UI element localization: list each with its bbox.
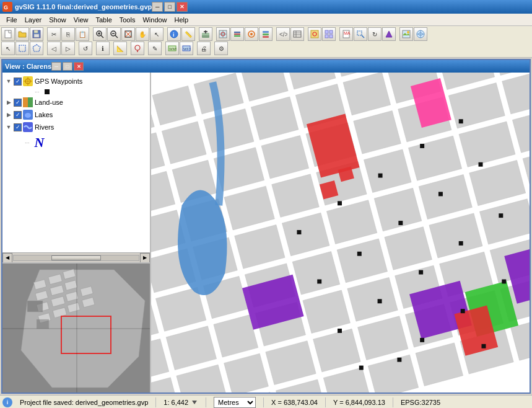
expand-lakes-icon[interactable]: ▶ xyxy=(5,111,12,118)
locator-button[interactable] xyxy=(216,27,230,41)
status-sep-1 xyxy=(155,397,156,407)
scroll-left-button[interactable]: ◀ xyxy=(2,253,12,263)
svg-text:WFS: WFS xyxy=(183,47,191,51)
minimap-svg xyxy=(2,264,150,392)
preferences-button[interactable]: ⚙ xyxy=(214,42,228,55)
export-img-button[interactable] xyxy=(399,27,413,41)
paste-button[interactable]: 📋 xyxy=(76,27,89,41)
cut-button[interactable]: ✂ xyxy=(47,27,61,41)
svg-rect-210 xyxy=(398,221,403,225)
expand-rivers-icon[interactable]: ▼ xyxy=(5,123,12,131)
scripting-button[interactable]: </> xyxy=(276,27,290,41)
status-sep-2 xyxy=(206,397,206,407)
scroll-thumb[interactable] xyxy=(51,255,102,260)
menu-table[interactable]: Table xyxy=(92,15,115,25)
zoom-area-button[interactable] xyxy=(354,27,367,41)
scroll-track[interactable] xyxy=(13,255,139,261)
svg-rect-4 xyxy=(34,30,38,33)
menu-layer[interactable]: Layer xyxy=(21,15,46,25)
svg-rect-33 xyxy=(263,36,269,38)
checkbox-rivers[interactable]: ✓ xyxy=(14,123,22,131)
identify-button[interactable]: i xyxy=(167,27,181,41)
minimize-button[interactable]: ─ xyxy=(152,2,163,12)
layer-item-landuse[interactable]: ▶ ✓ Land-use xyxy=(2,96,150,109)
menu-file[interactable]: File xyxy=(2,15,21,25)
info-button[interactable]: ℹ xyxy=(96,42,110,55)
select-rect-tool[interactable] xyxy=(15,42,29,55)
checkbox-gps[interactable]: ✓ xyxy=(14,78,22,86)
rotate-button[interactable]: ↻ xyxy=(368,27,382,41)
zoom-in-button[interactable] xyxy=(93,27,107,41)
scale-dropdown-icon[interactable] xyxy=(191,398,198,407)
layer-icon-rivers xyxy=(23,122,33,132)
symbolize-button[interactable] xyxy=(382,27,396,41)
new-button[interactable] xyxy=(1,27,15,41)
zoom-out-button[interactable] xyxy=(107,27,121,41)
layer-item-gps[interactable]: ▼ ✓ GPS Waypoints xyxy=(2,75,150,87)
menu-help[interactable]: Help xyxy=(171,15,193,25)
coord-goto-button[interactable] xyxy=(131,42,144,55)
svg-rect-56 xyxy=(19,45,25,51)
layer-label-landuse: Land-use xyxy=(35,99,63,106)
layer-icon-lakes xyxy=(23,110,33,120)
layer-item-rivers[interactable]: ▼ ✓ Rivers xyxy=(2,121,150,133)
gvsig-icon: G xyxy=(2,2,12,12)
map-area xyxy=(151,73,530,392)
zoom-next-button[interactable]: ▷ xyxy=(61,42,75,55)
layer-label-rivers: Rivers xyxy=(35,123,54,131)
open-button[interactable] xyxy=(15,27,29,41)
pointer-tool[interactable]: ↖ xyxy=(1,42,15,55)
save-button[interactable] xyxy=(30,27,43,41)
svg-rect-44 xyxy=(329,35,333,38)
select-button[interactable]: ↖ xyxy=(150,27,164,41)
print-layout-button[interactable]: 🖨 xyxy=(197,42,211,55)
copy-button[interactable]: ⎘ xyxy=(61,27,75,41)
zoom-fit-button[interactable] xyxy=(121,27,135,41)
svg-rect-221 xyxy=(359,366,364,370)
svg-rect-206 xyxy=(420,144,424,148)
svg-rect-213 xyxy=(338,329,342,333)
select-poly-tool[interactable] xyxy=(30,42,43,55)
geoprocess-button[interactable] xyxy=(245,27,258,41)
catalog-button[interactable] xyxy=(259,27,273,41)
wms-button[interactable]: WMS xyxy=(165,42,179,55)
inner-minimize-button[interactable]: ─ xyxy=(51,62,61,71)
expand-gps-icon[interactable]: ▼ xyxy=(5,78,12,85)
layer-item-lakes[interactable]: ▶ ✓ Lakes xyxy=(2,109,150,121)
menu-view[interactable]: View xyxy=(70,15,92,25)
publish-button[interactable] xyxy=(414,27,427,41)
inner-close-button[interactable]: ✕ xyxy=(74,62,84,71)
layer-manager-button[interactable] xyxy=(230,27,244,41)
units-select[interactable]: Metres Feet Degrees xyxy=(214,397,256,408)
measure-button[interactable]: 📏 xyxy=(181,27,195,41)
add-layer-button[interactable] xyxy=(199,27,212,41)
editor-toolbar[interactable]: ✎ xyxy=(148,42,162,55)
svg-rect-216 xyxy=(459,241,463,246)
svg-rect-2 xyxy=(5,30,11,38)
svg-rect-32 xyxy=(263,33,269,35)
checkbox-landuse[interactable]: ✓ xyxy=(14,99,22,107)
layer-scrollbar[interactable]: ◀ ▶ xyxy=(2,252,150,262)
menu-window[interactable]: Window xyxy=(139,15,170,25)
inner-maximize-button[interactable]: □ xyxy=(63,62,72,71)
scroll-right-button[interactable]: ▶ xyxy=(140,253,150,263)
toolbar-row-2: ↖ ◁ ▷ ↺ ℹ 📐 ✎ WMS WFS 🖨 ⚙ xyxy=(1,42,531,55)
close-button[interactable]: ✕ xyxy=(177,2,188,12)
refresh-button[interactable]: ↺ xyxy=(79,42,92,55)
maximize-button[interactable]: □ xyxy=(164,2,175,12)
attributes-button[interactable] xyxy=(290,27,304,41)
menu-tools[interactable]: Tools xyxy=(116,15,139,25)
wfs-button[interactable]: WFS xyxy=(180,42,193,55)
menu-show[interactable]: Show xyxy=(45,15,70,25)
expand-landuse-icon[interactable]: ▶ xyxy=(5,99,12,106)
georef-button[interactable] xyxy=(308,27,321,41)
distance-tool[interactable]: 📐 xyxy=(113,42,127,55)
svg-rect-220 xyxy=(502,280,506,284)
status-sep-5 xyxy=(393,397,393,407)
map-sheet-button[interactable]: MAP xyxy=(339,27,353,41)
checkbox-lakes[interactable]: ✓ xyxy=(14,111,22,119)
pan-button[interactable]: ✋ xyxy=(136,27,149,41)
grid-button[interactable] xyxy=(322,27,336,41)
svg-point-58 xyxy=(135,45,140,50)
zoom-prev-button[interactable]: ◁ xyxy=(47,42,61,55)
